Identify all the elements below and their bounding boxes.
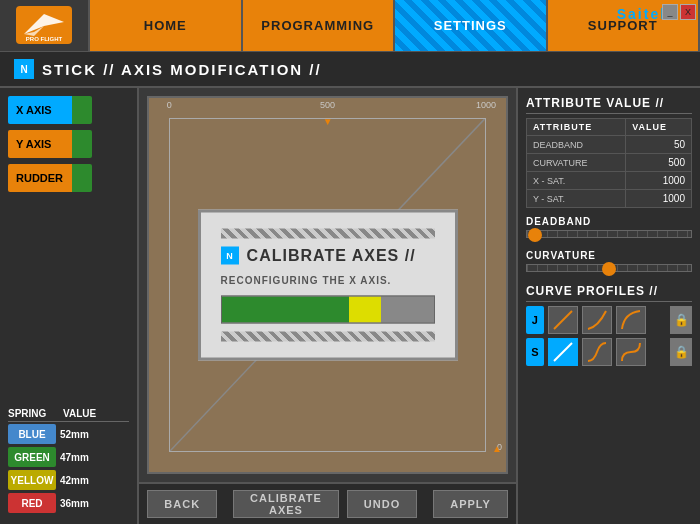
rudder-indicator bbox=[72, 164, 92, 192]
nav-tabs: HOME PROGRAMMING SETTINGS SUPPORT bbox=[90, 0, 700, 51]
spring-red-color: RED bbox=[8, 493, 56, 513]
spring-green-color: GREEN bbox=[8, 447, 56, 467]
attr-header-value: VALUE bbox=[626, 119, 692, 136]
page-title-icon: N bbox=[14, 59, 34, 79]
curvature-thumb[interactable] bbox=[602, 262, 616, 276]
center-area: 0 500 1000 ▼ 0 ▲ bbox=[139, 88, 516, 524]
attr-value-deadband: 50 bbox=[626, 136, 692, 154]
curve-row-j: J 🔒 bbox=[526, 306, 692, 334]
y-axis-indicator bbox=[72, 130, 92, 158]
attr-name-xsat: X - SAT. bbox=[526, 172, 625, 190]
tab-home[interactable]: HOME bbox=[90, 0, 243, 51]
svg-line-7 bbox=[554, 311, 572, 329]
spring-row-yellow: YELLOW 42mm bbox=[8, 470, 129, 490]
attr-value-xsat: 1000 bbox=[626, 172, 692, 190]
curve-j-lock: 🔒 bbox=[670, 306, 692, 334]
tab-settings[interactable]: SETTINGS bbox=[395, 0, 548, 51]
curve-s-option-1[interactable] bbox=[548, 338, 578, 366]
bottom-toolbar: BACK CALIBRATE AXES UNDO APPLY bbox=[139, 482, 516, 524]
curvature-label: CURVATURE bbox=[526, 250, 692, 261]
curve-profiles-title: CURVE PROFILES // bbox=[526, 284, 692, 302]
spring-row-blue: BLUE 52mm bbox=[8, 424, 129, 444]
spring-row-red: RED 36mm bbox=[8, 493, 129, 513]
rudder-label: RUDDER bbox=[8, 164, 72, 192]
calibrate-modal: N CALIBRATE AXES // RECONFIGURING THE X … bbox=[198, 210, 458, 361]
spring-blue-color: BLUE bbox=[8, 424, 56, 444]
modal-bottom-stripe bbox=[221, 332, 435, 342]
calibrate-modal-icon: N bbox=[221, 247, 239, 265]
attribute-table: ATTRIBUTE VALUE DEADBAND 50 CURVATURE 50… bbox=[526, 118, 692, 208]
y-axis-label: Y AXIS bbox=[8, 130, 72, 158]
deadband-slider[interactable] bbox=[526, 230, 692, 238]
curve-s-option-2[interactable] bbox=[582, 338, 612, 366]
spring-table-header: SPRING VALUE bbox=[8, 408, 129, 422]
curve-j-option-1[interactable] bbox=[548, 306, 578, 334]
page-title-bar: N STICK // AXIS MODIFICATION // bbox=[0, 52, 700, 88]
left-sidebar: X AXIS Y AXIS RUDDER SPRING VALUE BLUE 5… bbox=[0, 88, 139, 524]
page-title: STICK // AXIS MODIFICATION // bbox=[42, 61, 322, 78]
spring-yellow-color: YELLOW bbox=[8, 470, 56, 490]
curve-profiles-section: CURVE PROFILES // J 🔒 S bbox=[526, 284, 692, 370]
y-axis-button[interactable]: Y AXIS bbox=[8, 130, 129, 158]
deadband-thumb[interactable] bbox=[528, 228, 542, 242]
curve-row-s: S 🔒 bbox=[526, 338, 692, 366]
deadband-label: DEADBAND bbox=[526, 216, 692, 227]
curve-j-label: J bbox=[526, 306, 544, 334]
calibrate-modal-description: RECONFIGURING THE X AXIS. bbox=[221, 275, 435, 286]
spring-row-green: GREEN 47mm bbox=[8, 447, 129, 467]
x-axis-button[interactable]: X AXIS bbox=[8, 96, 129, 124]
calibrate-axes-button[interactable]: CALIBRATE AXES bbox=[233, 490, 339, 518]
right-arrow: ▲ bbox=[492, 443, 502, 454]
attr-row-xsat: X - SAT. 1000 bbox=[526, 172, 691, 190]
progress-bar bbox=[221, 296, 435, 324]
curve-s-label: S bbox=[526, 338, 544, 366]
curvature-section: CURVATURE bbox=[526, 250, 692, 272]
right-panel: ATTRIBUTE VALUE // ATTRIBUTE VALUE DEADB… bbox=[516, 88, 700, 524]
attr-row-deadband: DEADBAND 50 bbox=[526, 136, 691, 154]
attr-value-curvature: 500 bbox=[626, 154, 692, 172]
modal-top-stripe bbox=[221, 229, 435, 239]
window-controls: _ X bbox=[662, 4, 696, 20]
main-content: X AXIS Y AXIS RUDDER SPRING VALUE BLUE 5… bbox=[0, 88, 700, 524]
attr-row-curvature: CURVATURE 500 bbox=[526, 154, 691, 172]
logo-area: PRO FLIGHT bbox=[0, 0, 90, 51]
attr-header-attribute: ATTRIBUTE bbox=[526, 119, 625, 136]
attr-name-deadband: DEADBAND bbox=[526, 136, 625, 154]
tab-programming[interactable]: PROGRAMMING bbox=[243, 0, 396, 51]
minimize-button[interactable]: _ bbox=[662, 4, 678, 20]
ruler-top: 0 500 1000 bbox=[169, 100, 486, 116]
back-button[interactable]: BACK bbox=[147, 490, 217, 518]
curve-j-option-3[interactable] bbox=[616, 306, 646, 334]
progress-bar-yellow bbox=[349, 297, 381, 323]
attr-name-ysat: Y - SAT. bbox=[526, 190, 625, 208]
progress-bar-green bbox=[222, 297, 349, 323]
rudder-button[interactable]: RUDDER bbox=[8, 164, 129, 192]
attr-row-ysat: Y - SAT. 1000 bbox=[526, 190, 691, 208]
apply-button[interactable]: APPLY bbox=[433, 490, 508, 518]
attribute-value-title: ATTRIBUTE VALUE // bbox=[526, 96, 692, 114]
x-axis-label: X AXIS bbox=[8, 96, 72, 124]
calibrate-modal-title: N CALIBRATE AXES // bbox=[221, 247, 435, 265]
calibrate-modal-title-text: CALIBRATE AXES // bbox=[247, 247, 416, 265]
curve-s-option-3[interactable] bbox=[616, 338, 646, 366]
curve-s-lock: 🔒 bbox=[670, 338, 692, 366]
attribute-value-section: ATTRIBUTE VALUE // ATTRIBUTE VALUE DEADB… bbox=[526, 96, 692, 208]
header: PRO FLIGHT HOME PROGRAMMING SETTINGS SUP… bbox=[0, 0, 700, 52]
spring-table: SPRING VALUE BLUE 52mm GREEN 47mm YELLOW… bbox=[8, 408, 129, 516]
svg-text:PRO FLIGHT: PRO FLIGHT bbox=[26, 36, 63, 42]
deadband-section: DEADBAND bbox=[526, 216, 692, 238]
curvature-slider[interactable] bbox=[526, 264, 692, 272]
x-axis-indicator bbox=[72, 96, 92, 124]
axis-graph: 0 500 1000 ▼ 0 ▲ bbox=[147, 96, 508, 474]
attr-value-ysat: 1000 bbox=[626, 190, 692, 208]
close-button[interactable]: X bbox=[680, 4, 696, 20]
undo-button[interactable]: UNDO bbox=[347, 490, 417, 518]
pro-flight-logo: PRO FLIGHT bbox=[14, 4, 74, 46]
svg-line-8 bbox=[554, 343, 572, 361]
curve-j-option-2[interactable] bbox=[582, 306, 612, 334]
attr-name-curvature: CURVATURE bbox=[526, 154, 625, 172]
